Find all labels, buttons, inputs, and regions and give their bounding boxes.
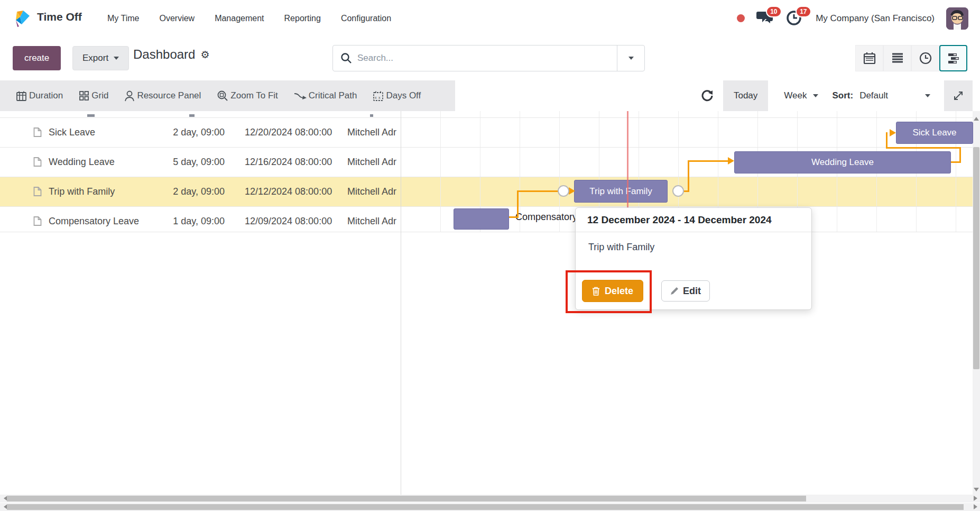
gantt-gridline	[440, 111, 441, 232]
gantt-toolbar: Duration Grid Resource Panel	[0, 80, 980, 111]
grid-icon	[79, 90, 89, 101]
gantt-bar-compensatory-leave[interactable]	[454, 208, 509, 230]
connector-segment	[517, 190, 519, 218]
scroll-down-arrow[interactable]	[974, 488, 979, 494]
table-row-trip-with-family[interactable]: Trip with Family 2 day, 09:00 12/12/2024…	[0, 177, 401, 206]
activities-menu[interactable]: 17	[786, 10, 804, 28]
table-row-compensatory-leave[interactable]: Compensatory Leave 1 day, 09:00 12/09/20…	[0, 206, 401, 236]
edit-button[interactable]: Edit	[661, 280, 710, 302]
table-row-wedding-leave[interactable]: Wedding Leave 5 day, 09:00 12/16/2024 08…	[0, 147, 401, 177]
row-assignee: Mitchell Adr	[347, 216, 401, 227]
days-off-button[interactable]: x x Days Off	[373, 90, 421, 102]
critical-path-button[interactable]: Critical Path	[294, 90, 357, 101]
sort-value: Default	[859, 90, 888, 101]
gear-icon[interactable]: ⚙	[200, 49, 209, 61]
row-name: Trip with Family	[49, 186, 115, 197]
popover-date-range: 12 December 2024 - 14 December 2024	[576, 208, 811, 232]
row-name: Sick Leave	[49, 127, 95, 138]
refresh-button[interactable]	[701, 89, 714, 102]
connector-segment	[688, 160, 689, 192]
connector-handle[interactable]	[558, 185, 569, 197]
row-name: Wedding Leave	[49, 157, 115, 168]
refresh-icon	[701, 89, 714, 102]
person-icon	[124, 90, 135, 102]
connector-arrowhead	[569, 187, 579, 195]
duration-label: Duration	[29, 90, 63, 101]
delete-button[interactable]: Delete	[582, 280, 643, 302]
timeoff-app-window: Time Off My Time Overview Management Rep…	[0, 0, 980, 511]
gantt-icon	[947, 51, 960, 65]
list-view-button[interactable]	[883, 45, 911, 71]
connector-segment	[886, 132, 887, 149]
app-name[interactable]: Time Off	[37, 11, 82, 23]
menu-overview[interactable]: Overview	[159, 14, 195, 23]
panel-divider	[401, 111, 401, 495]
menu-my-time[interactable]: My Time	[107, 14, 139, 23]
days-off-label: Days Off	[386, 90, 421, 101]
sort-label: Sort:	[832, 90, 853, 101]
connector-arrowhead	[728, 157, 738, 165]
vertical-scrollbar[interactable]	[973, 111, 980, 495]
messages-menu[interactable]: 10	[756, 10, 774, 28]
delete-button-label: Delete	[605, 286, 633, 297]
resource-panel-button[interactable]: Resource Panel	[124, 90, 201, 102]
menu-management[interactable]: Management	[215, 14, 264, 23]
create-button[interactable]: create	[13, 46, 61, 70]
calendar-icon	[863, 51, 876, 65]
chevron-down-icon	[114, 57, 119, 62]
document-icon	[33, 157, 42, 167]
search-filters-toggle[interactable]	[617, 45, 644, 71]
horizontal-scroll-thumb[interactable]	[7, 496, 806, 501]
search-input[interactable]	[357, 53, 617, 63]
activities-count-badge: 17	[796, 6, 811, 17]
messages-count-badge: 10	[766, 6, 781, 17]
duration-button[interactable]: Duration	[16, 90, 63, 102]
row-assignee: Mitchell Adr	[347, 127, 401, 138]
gantt-bar-sick-leave[interactable]: Sick Leave	[896, 122, 973, 144]
edit-button-label: Edit	[683, 286, 701, 297]
scroll-right-arrow[interactable]	[974, 504, 980, 509]
svg-text:x: x	[375, 96, 377, 99]
scale-selector[interactable]: Week	[784, 90, 818, 101]
control-panel: create Export Dashboard ⚙	[0, 36, 980, 80]
document-icon	[33, 187, 42, 197]
critical-path-arrow-icon	[294, 92, 307, 100]
vertical-scroll-thumb[interactable]	[973, 147, 979, 369]
row-duration: 2 day, 09:00	[173, 127, 225, 138]
today-button[interactable]: Today	[723, 80, 768, 111]
gantt-content: Sick Leave 2 day, 09:00 12/20/2024 08:00…	[0, 111, 980, 495]
activity-view-button[interactable]	[911, 45, 939, 71]
zoom-to-fit-button[interactable]: Zoom To Fit	[217, 90, 278, 102]
user-avatar[interactable]	[946, 7, 968, 30]
svg-text:x: x	[378, 96, 381, 99]
gantt-view-button[interactable]	[939, 45, 967, 71]
horizontal-scrollbar-outer[interactable]	[0, 503, 980, 511]
row-name: Compensatory Leave	[49, 216, 139, 227]
menu-configuration[interactable]: Configuration	[341, 14, 391, 23]
chevron-down-icon	[628, 57, 634, 62]
gantt-record-popover: 12 December 2024 - 14 December 2024 Trip…	[575, 207, 812, 310]
document-icon	[33, 127, 42, 138]
menu-reporting[interactable]: Reporting	[284, 14, 321, 23]
sort-selector[interactable]: Default	[859, 90, 930, 101]
horizontal-scrollbar-inner[interactable]	[0, 495, 980, 503]
grid-button[interactable]: Grid	[79, 90, 108, 101]
gantt-bar-trip-with-family[interactable]: Trip with Family	[574, 180, 668, 203]
grid-label: Grid	[91, 90, 108, 101]
app-logo-icon[interactable]	[13, 8, 33, 31]
gantt-bar-wedding-leave[interactable]: Wedding Leave	[734, 151, 951, 174]
scroll-right-arrow[interactable]	[974, 496, 980, 501]
popover-record-name: Trip with Family	[576, 232, 811, 253]
table-row-sick-leave[interactable]: Sick Leave 2 day, 09:00 12/20/2024 08:00…	[0, 117, 401, 147]
export-button[interactable]: Export	[72, 46, 129, 70]
expand-button[interactable]	[944, 80, 973, 111]
connector-handle[interactable]	[672, 185, 684, 197]
horizontal-scroll-thumb[interactable]	[7, 504, 964, 510]
critical-path-label: Critical Path	[309, 90, 357, 101]
calendar-view-button[interactable]	[855, 45, 883, 71]
page-title: Dashboard	[133, 47, 195, 62]
trash-icon	[592, 287, 600, 296]
company-switcher[interactable]: My Company (San Francisco)	[816, 13, 935, 24]
scroll-up-arrow[interactable]	[974, 114, 979, 121]
row-start: 12/16/2024 08:00:00	[245, 157, 332, 168]
